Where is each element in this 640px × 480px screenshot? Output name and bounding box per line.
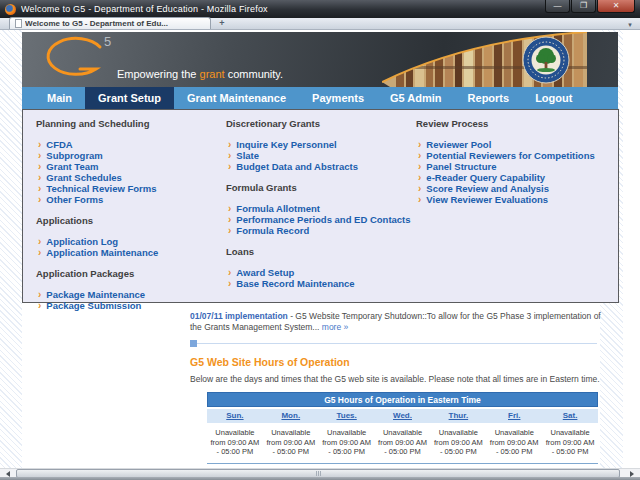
day-header-tues[interactable]: Tues. — [319, 409, 375, 423]
maximize-button[interactable]: ❐ — [571, 0, 596, 13]
menu-group-header: Formula Grants — [226, 179, 416, 193]
menu-link-application-log[interactable]: ›Application Log — [38, 236, 226, 247]
menu-link-label: Potential Reviewers for Competitions — [426, 150, 594, 161]
day-header-mon[interactable]: Mon. — [263, 409, 319, 423]
nav-item-g5-admin[interactable]: G5 Admin — [377, 87, 455, 109]
nav-item-payments[interactable]: Payments — [299, 87, 377, 109]
menu-group-applications: Applications›Application Log›Application… — [36, 212, 226, 258]
menu-group-review-process: Review Process›Reviewer Pool›Potential R… — [416, 115, 606, 205]
menu-link-subprogram[interactable]: ›Subprogram — [38, 150, 226, 161]
menu-group-loans: Loans›Award Setup›Base Record Maintenanc… — [226, 243, 416, 289]
link-arrow-icon: › — [228, 226, 231, 236]
link-arrow-icon: › — [38, 173, 41, 183]
tab-welcome-g5[interactable]: Welcome to G5 - Department of Edu... — [9, 17, 211, 29]
grant-setup-mega-menu: Planning and Scheduling›CFDA›Subprogram›… — [22, 109, 619, 303]
menu-link-formula-allotment[interactable]: ›Formula Allotment — [228, 203, 416, 214]
link-arrow-icon: › — [38, 162, 41, 172]
menu-link-panel-structure[interactable]: ›Panel Structure — [418, 161, 606, 172]
menu-link-inquire-key-personnel[interactable]: ›Inquire Key Personnel — [228, 139, 416, 150]
menu-link-label: Performance Periods and ED Contacts — [236, 214, 410, 225]
menu-link-grant-schedules[interactable]: ›Grant Schedules — [38, 172, 226, 183]
menu-link-budget-data-and-abstracts[interactable]: ›Budget Data and Abstracts — [228, 161, 416, 172]
menu-link-cfda[interactable]: ›CFDA — [38, 139, 226, 150]
menu-link-technical-review-forms[interactable]: ›Technical Review Forms — [38, 183, 226, 194]
link-arrow-icon: › — [418, 162, 421, 172]
day-header-sat[interactable]: Sat. — [542, 409, 598, 423]
menu-group-header: Review Process — [416, 115, 606, 129]
window-titlebar[interactable]: Welcome to G5 - Department of Education … — [0, 0, 640, 18]
day-header-thur[interactable]: Thur. — [430, 409, 486, 423]
link-arrow-icon: › — [38, 151, 41, 161]
menu-group-discretionary-grants: Discretionary Grants›Inquire Key Personn… — [226, 115, 416, 172]
menu-link-grant-team[interactable]: ›Grant Team — [38, 161, 226, 172]
menu-link-slate[interactable]: ›Slate — [228, 150, 416, 161]
nav-item-grant-setup[interactable]: Grant Setup — [85, 87, 174, 109]
menu-link-score-review-and-analysis[interactable]: ›Score Review and Analysis — [418, 183, 606, 194]
menu-link-label: e-Reader Query Capability — [426, 172, 545, 183]
hours-cell-fri: Unavailable from 09:00 AM - 05:00 PM — [486, 428, 542, 457]
menu-group-header: Applications — [36, 212, 226, 226]
menu-link-package-submission[interactable]: ›Package Submission — [38, 300, 226, 311]
menu-link-label: Application Maintenance — [46, 247, 158, 258]
hours-table: G5 Hours of Operation in Eastern Time Su… — [207, 392, 598, 464]
nav-item-main[interactable]: Main — [34, 87, 85, 109]
menu-link-label: Formula Record — [236, 225, 309, 236]
nav-item-grant-maintenance[interactable]: Grant Maintenance — [174, 87, 299, 109]
divider-line — [197, 343, 597, 344]
menu-link-label: Base Record Maintenance — [236, 278, 354, 289]
hours-description: Below are the days and times that the G5… — [190, 374, 602, 385]
menu-group-header: Application Packages — [36, 265, 226, 279]
new-tab-button[interactable]: + — [214, 18, 230, 28]
hours-table-day-header-row: Sun.Mon.Tues.Wed.Thur.Fri.Sat. — [207, 409, 598, 423]
link-arrow-icon: › — [228, 162, 231, 172]
menu-link-base-record-maintenance[interactable]: ›Base Record Maintenance — [228, 278, 416, 289]
day-header-sun[interactable]: Sun. — [207, 409, 263, 423]
nav-item-reports[interactable]: Reports — [455, 87, 523, 109]
hours-cell-sun: Unavailable from 09:00 AM - 05:00 PM — [207, 428, 263, 457]
menu-link-view-reviewer-evaluations[interactable]: ›View Reviewer Evaluations — [418, 194, 606, 205]
hours-table-title: G5 Hours of Operation in Eastern Time — [207, 392, 598, 407]
link-arrow-icon: › — [38, 301, 41, 311]
page-icon — [15, 19, 22, 28]
menu-link-label: Inquire Key Personnel — [236, 139, 336, 150]
section-divider — [190, 340, 597, 347]
menu-link-award-setup[interactable]: ›Award Setup — [228, 267, 416, 278]
day-header-wed[interactable]: Wed. — [375, 409, 431, 423]
menu-link-e-reader-query-capability[interactable]: ›e-Reader Query Capability — [418, 172, 606, 183]
minimize-button[interactable]: — — [545, 0, 570, 13]
department-of-education-seal-icon — [522, 36, 570, 84]
menu-link-label: Package Submission — [46, 300, 141, 311]
menu-link-label: View Reviewer Evaluations — [426, 194, 548, 205]
link-arrow-icon: › — [418, 195, 421, 205]
menu-link-label: Award Setup — [236, 267, 294, 278]
menu-link-label: Formula Allotment — [236, 203, 320, 214]
banner-tagline: Empowering the grant community. — [117, 68, 283, 80]
day-header-fri[interactable]: Fri. — [486, 409, 542, 423]
news-date-link[interactable]: 01/07/11 implementation — [190, 311, 288, 321]
menu-link-potential-reviewers-for-competitions[interactable]: ›Potential Reviewers for Competitions — [418, 150, 606, 161]
link-arrow-icon: › — [228, 215, 231, 225]
menu-link-application-maintenance[interactable]: ›Application Maintenance — [38, 247, 226, 258]
site-banner: 5 Empowering the grant community. — [22, 32, 618, 87]
menu-link-label: Package Maintenance — [46, 289, 145, 300]
menu-link-package-maintenance[interactable]: ›Package Maintenance — [38, 289, 226, 300]
divider-square-icon — [190, 340, 197, 347]
browser-viewport: 01/07/11 implementation - G5 Website Tem… — [0, 30, 623, 468]
menu-link-formula-record[interactable]: ›Formula Record — [228, 225, 416, 236]
link-arrow-icon: › — [418, 184, 421, 194]
close-button[interactable]: ✕ — [597, 0, 635, 13]
menu-link-label: Panel Structure — [426, 161, 496, 172]
list-all-tabs-button[interactable]: ▾ — [623, 21, 637, 29]
menu-link-label: Other Forms — [46, 194, 103, 205]
menu-link-performance-periods-and-ed-contacts[interactable]: ›Performance Periods and ED Contacts — [228, 214, 416, 225]
link-arrow-icon: › — [228, 279, 231, 289]
horizontal-scrollbar[interactable] — [0, 468, 640, 477]
tab-bar: Welcome to G5 - Department of Edu... + ▾ — [0, 18, 640, 30]
menu-link-label: CFDA — [46, 139, 72, 150]
menu-link-other-forms[interactable]: ›Other Forms — [38, 194, 226, 205]
nav-item-logout[interactable]: Logout — [522, 87, 585, 109]
menu-link-reviewer-pool[interactable]: ›Reviewer Pool — [418, 139, 606, 150]
menu-link-label: Budget Data and Abstracts — [236, 161, 358, 172]
menu-link-label: Grant Schedules — [46, 172, 122, 183]
news-more-link[interactable]: more » — [322, 322, 348, 332]
